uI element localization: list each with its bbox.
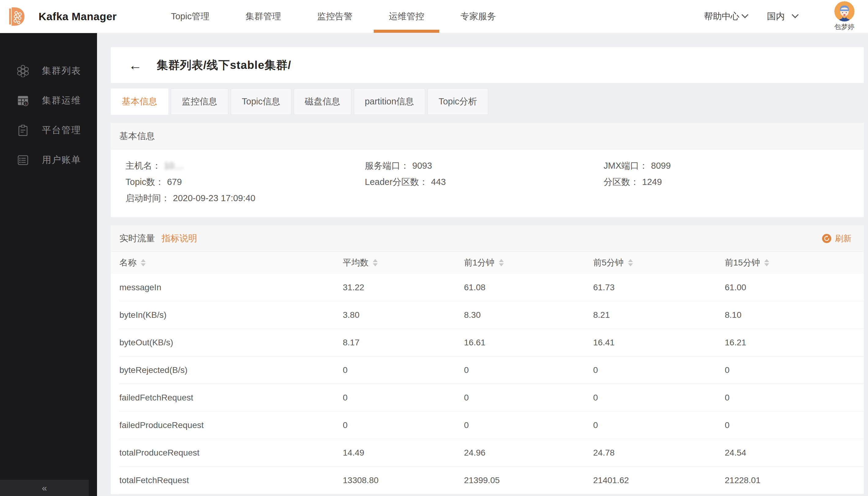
- table-cell: 16.61: [464, 338, 593, 347]
- table-header-row: 名称 平均数 前1分钟 前5分钟 前15分钟: [111, 252, 864, 274]
- column-header-average[interactable]: 平均数: [343, 257, 464, 268]
- sort-icon: [373, 259, 378, 266]
- honeycomb-cluster-icon: [17, 65, 29, 77]
- field-service-port: 服务端口： 9093: [365, 161, 603, 171]
- column-header-name[interactable]: 名称: [120, 257, 343, 268]
- tab-monitor-info[interactable]: 监控信息: [171, 89, 228, 115]
- field-leader-partition-count: Leader分区数： 443: [365, 177, 603, 187]
- realtime-flow-title: 实时流量: [120, 232, 155, 245]
- realtime-flow-header: 实时流量 指标说明 刷新: [111, 225, 864, 252]
- sidebar-item-user-billing[interactable]: 用户账单: [0, 145, 97, 175]
- sidebar-item-cluster-ops[interactable]: $ 集群运维: [0, 86, 97, 115]
- table-cell: 8.30: [464, 310, 593, 320]
- refresh-button[interactable]: 刷新: [822, 233, 851, 244]
- column-header-last-1min[interactable]: 前1分钟: [464, 257, 593, 268]
- user-block: 包梦婷: [834, 1, 854, 32]
- table-row: failedFetchRequest 0 0 0 0: [120, 384, 864, 412]
- field-jmx-port: JMX端口： 8099: [603, 161, 864, 171]
- column-header-last-15min[interactable]: 前15分钟: [725, 257, 864, 268]
- clipboard-icon: [17, 124, 29, 137]
- table-cell: messageIn: [120, 283, 343, 292]
- nav-ops-control[interactable]: 运维管控: [370, 0, 442, 33]
- table-cell: 31.22: [343, 283, 464, 292]
- kafka-manager-logo-icon: [5, 5, 28, 28]
- refresh-icon: [822, 234, 831, 243]
- table-cell: 21401.62: [593, 476, 725, 485]
- back-button[interactable]: ←: [128, 59, 142, 72]
- table-cell: totalFetchRequest: [120, 476, 343, 485]
- table-cell: byteIn(KB/s): [120, 310, 343, 320]
- field-hostname: 主机名： 10....: [126, 161, 365, 171]
- detail-tabs: 基本信息 监控信息 Topic信息 磁盘信息 partition信息 Topic…: [111, 89, 864, 115]
- table-cell: 24.54: [725, 448, 864, 458]
- main-nav: Topic管理 集群管理 监控告警 运维管控 专家服务: [153, 0, 514, 33]
- tab-topic-info[interactable]: Topic信息: [231, 89, 291, 115]
- app-title: Kafka Manager: [38, 11, 116, 23]
- table-cell: byteOut(KB/s): [120, 338, 343, 347]
- field-topic-count: Topic数： 679: [126, 177, 365, 187]
- page-titlebar: ← 集群列表/线下stable集群/: [111, 47, 864, 83]
- table-row: byteRejected(B/s) 0 0 0 0: [120, 356, 864, 384]
- table-cell: 0: [593, 393, 725, 403]
- nav-cluster-management[interactable]: 集群管理: [227, 0, 299, 33]
- table-cell: 0: [464, 420, 593, 430]
- table-row: byteOut(KB/s) 8.17 16.61 16.41 16.21: [120, 329, 864, 356]
- user-avatar[interactable]: [834, 1, 854, 21]
- table-cell: 24.78: [593, 448, 725, 458]
- basic-info-fields: 主机名： 10.... 服务端口： 9093 JMX端口： 8099 Topic…: [111, 150, 864, 217]
- table-cell: 61.73: [593, 283, 725, 292]
- table-cell: 0: [725, 393, 864, 403]
- table-cell: 13308.80: [343, 476, 464, 485]
- svg-text:$: $: [25, 101, 27, 105]
- nav-expert-service[interactable]: 专家服务: [442, 0, 514, 33]
- tab-topic-analysis[interactable]: Topic分析: [428, 89, 488, 115]
- sidebar-item-platform-management[interactable]: 平台管理: [0, 115, 97, 145]
- billing-list-icon: [17, 154, 29, 166]
- table-cell: 61.08: [464, 283, 593, 292]
- table-cell: 8.21: [593, 310, 725, 320]
- region-selector-dropdown[interactable]: 国内: [767, 11, 798, 23]
- sort-icon: [141, 259, 146, 266]
- chevron-down-icon: [742, 11, 748, 18]
- table-row: failedProduceRequest 0 0 0 0: [120, 412, 864, 439]
- table-cell: 16.21: [725, 338, 864, 347]
- table-cell: 61.00: [725, 283, 864, 292]
- topbar-right: 帮助中心 国内 包梦婷: [704, 1, 868, 32]
- nav-monitoring-alerts[interactable]: 监控告警: [299, 0, 370, 33]
- table-cell: 0: [464, 365, 593, 375]
- field-partition-count: 分区数： 1249: [603, 177, 864, 187]
- realtime-flow-card: 实时流量 指标说明 刷新 名称 平均数: [111, 225, 864, 494]
- table-row: totalProduceRequest 14.49 24.96 24.78 24…: [120, 439, 864, 467]
- nav-topic-management[interactable]: Topic管理: [153, 0, 227, 33]
- basic-info-card: 基本信息 主机名： 10.... 服务端口： 9093 JMX端口： 8099 …: [111, 123, 864, 217]
- table-cell: byteRejected(B/s): [120, 365, 343, 375]
- table-cell: 0: [593, 365, 725, 375]
- chevron-down-icon: [792, 11, 799, 18]
- sidebar-collapse-button[interactable]: «: [0, 480, 89, 496]
- help-center-dropdown[interactable]: 帮助中心: [704, 11, 747, 23]
- table-cell: 8.10: [725, 310, 864, 320]
- table-cell: 0: [725, 420, 864, 430]
- metric-doc-link[interactable]: 指标说明: [162, 232, 197, 245]
- table-cell: 24.96: [464, 448, 593, 458]
- field-start-time: 启动时间： 2020-09-23 17:09:40: [126, 193, 365, 203]
- realtime-flow-table: 名称 平均数 前1分钟 前5分钟 前15分钟: [111, 252, 864, 494]
- tab-partition-info[interactable]: partition信息: [354, 89, 425, 115]
- table-cell: 0: [343, 365, 464, 375]
- table-cell: 16.41: [593, 338, 725, 347]
- cluster-ops-icon: $: [17, 95, 29, 107]
- table-row: byteIn(KB/s) 3.80 8.30 8.21 8.10: [120, 301, 864, 329]
- table-cell: failedFetchRequest: [120, 393, 343, 403]
- sidebar: 集群列表 $ 集群运维: [0, 33, 97, 496]
- breadcrumb: 集群列表/线下stable集群/: [157, 58, 291, 73]
- tab-disk-info[interactable]: 磁盘信息: [294, 89, 351, 115]
- table-cell: 14.49: [343, 448, 464, 458]
- table-cell: 0: [464, 393, 593, 403]
- column-header-last-5min[interactable]: 前5分钟: [593, 257, 725, 268]
- table-row: totalFetchRequest 13308.80 21399.05 2140…: [120, 467, 864, 494]
- tab-basic-info[interactable]: 基本信息: [111, 89, 168, 115]
- main-content: ← 集群列表/线下stable集群/ 基本信息 监控信息 Topic信息 磁盘信…: [97, 33, 868, 496]
- table-row: messageIn 31.22 61.08 61.73 61.00: [120, 274, 864, 301]
- sidebar-item-cluster-list[interactable]: 集群列表: [0, 56, 97, 86]
- table-cell: 0: [343, 393, 464, 403]
